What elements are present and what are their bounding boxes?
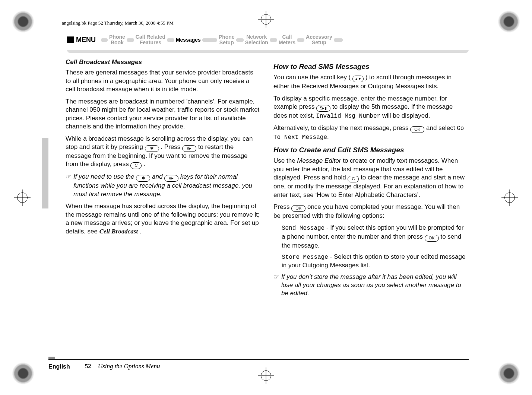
ok-key-icon: OK	[425, 235, 439, 242]
paragraph: The messages are broadcast in numbered '…	[66, 98, 260, 131]
paragraph: Press OK once you have completed your me…	[273, 203, 468, 220]
register-mark-icon	[14, 189, 31, 206]
subheading-cell-broadcast: Cell Broadcast Messages	[66, 58, 260, 66]
text: Press	[273, 203, 291, 210]
corner-dot-icon	[12, 10, 34, 33]
corner-dot-icon	[12, 362, 34, 385]
menu-connector-icon	[334, 38, 343, 42]
menu-connector-icon	[297, 38, 304, 42]
menu-item-label: Call Related	[136, 34, 165, 40]
paragraph: You can use the scroll key ( ) to scroll…	[273, 73, 468, 90]
menu-item-label: Setup	[219, 40, 234, 45]
footer: English 52 Using the Options Menu	[48, 359, 469, 371]
note: ☞ If you don’t store the message after i…	[273, 273, 468, 298]
text: and	[152, 173, 164, 180]
note-text: If you don’t store the message after it …	[281, 273, 468, 298]
menu-item-phone-setup: Phone Setup	[217, 34, 236, 45]
menu-item-accessory-setup: Accessory Setup	[304, 34, 334, 45]
text: . Press	[161, 143, 182, 150]
corner-dot-icon	[498, 10, 520, 33]
text: and select	[426, 124, 457, 131]
menubar-row: MENU Phone Book Call Related Features Me…	[67, 34, 469, 45]
text: .	[140, 228, 142, 235]
paragraph: When the message has scrolled across the…	[66, 202, 260, 236]
hash-key-icon: #▸	[182, 145, 196, 152]
ok-key-icon: OK	[291, 205, 305, 212]
menu-connector-icon	[270, 38, 277, 42]
menu-item-network-selection: Network Selection	[244, 34, 270, 45]
menu-connector-icon	[101, 38, 108, 42]
menu-item-label: Phone	[109, 34, 125, 40]
register-mark-icon	[258, 11, 274, 28]
paragraph: While a broadcast message is scrolling a…	[66, 135, 260, 169]
page: angelsing.bk Page 52 Thursday, March 30,…	[0, 0, 532, 395]
note: ☞ If you need to use the ✱ and #▸ keys f…	[66, 173, 260, 198]
menu-item-messages: Messages	[174, 37, 202, 43]
scroll-key-icon	[352, 76, 364, 82]
footer-page-number: 52	[85, 363, 91, 371]
menu-connector-icon	[167, 38, 174, 42]
heading-how-to-create-edit-sms: How to Create and Edit SMS Messages	[273, 145, 468, 155]
option-label: Send Message	[282, 225, 324, 232]
pointing-hand-icon: ☞	[273, 273, 279, 298]
text: Use the	[273, 157, 297, 164]
running-head: angelsing.bk Page 52 Thursday, March 30,…	[62, 20, 174, 26]
paragraph: To display a specific message, enter the…	[273, 95, 468, 121]
footer-section-title: Using the Options Menu	[98, 363, 160, 371]
menu-item-label: Phone	[219, 34, 235, 40]
text: will be displayed.	[382, 112, 430, 119]
c-key-icon: C	[130, 162, 142, 169]
option-send-message: Send Message - If you select this option…	[282, 224, 468, 250]
text: Alternatively, to display the next messa…	[273, 124, 410, 131]
gutter-tab-icon	[42, 138, 48, 208]
hash-key-icon: #▸	[164, 175, 178, 182]
paragraph: Use the Message Editor to create or modi…	[273, 157, 468, 199]
menu-item-call-meters: Call Meters	[277, 34, 297, 45]
running-head-rule	[45, 27, 492, 27]
paragraph: Alternatively, to display the next messa…	[273, 124, 468, 141]
menu-item-label: Setup	[312, 40, 326, 45]
right-column: How to Read SMS Messages You can use the…	[273, 58, 468, 350]
text: .	[143, 160, 145, 168]
option-label: Store Message	[282, 254, 328, 261]
text: .	[327, 133, 329, 140]
crossref-cell-broadcast: Cell Broadcast	[99, 228, 138, 235]
menu-label: MENU	[76, 36, 96, 44]
paragraph: These are general messages that your ser…	[66, 69, 260, 93]
menubar-underline	[67, 50, 469, 53]
menu-item-call-related-features: Call Related Features	[134, 34, 167, 45]
body-columns: Cell Broadcast Messages These are genera…	[66, 58, 468, 350]
five-key-icon: 5▸▮	[316, 105, 330, 112]
star-key-icon: ✱	[145, 145, 159, 152]
corner-dot-icon	[498, 362, 520, 385]
menu-item-label: Meters	[279, 40, 295, 45]
star-key-icon: ✱	[136, 175, 150, 182]
c-key-icon: C	[348, 176, 359, 182]
note-text: If you need to use the ✱ and #▸ keys for…	[73, 173, 260, 198]
ok-key-icon: OK	[410, 126, 424, 133]
menu-item-label: Network	[246, 34, 267, 40]
menu-item-label: Accessory	[306, 34, 332, 40]
menu-item-label: Book	[111, 40, 124, 45]
left-column: Cell Broadcast Messages These are genera…	[66, 58, 260, 350]
text: When the message has scrolled across the…	[66, 203, 260, 235]
emphasis-message-editor: Message Editor	[297, 157, 341, 164]
menu-item-label: Call	[282, 34, 292, 40]
heading-how-to-read-sms: How to Read SMS Messages	[273, 62, 468, 71]
menu-connector-icon	[236, 38, 244, 42]
register-mark-icon	[501, 189, 518, 206]
option-store-message: Store Message - Select this option to st…	[282, 253, 468, 270]
menu-start-icon	[67, 36, 74, 43]
menu-item-label: Selection	[245, 40, 268, 45]
text: If you need to use the	[73, 173, 136, 180]
menu-item-label: Features	[140, 40, 161, 45]
menu-connector-icon	[127, 38, 134, 42]
text: You can use the scroll key (	[273, 74, 351, 81]
menu-item-phone-book: Phone Book	[108, 34, 127, 45]
footer-language: English	[48, 363, 70, 371]
pointing-hand-icon: ☞	[66, 173, 71, 198]
menu-connector-icon	[202, 38, 217, 42]
display-text: Invalid Msg Number	[316, 113, 380, 120]
menubar: MENU Phone Book Call Related Features Me…	[67, 34, 469, 53]
menu-item-label: Messages	[176, 37, 201, 43]
